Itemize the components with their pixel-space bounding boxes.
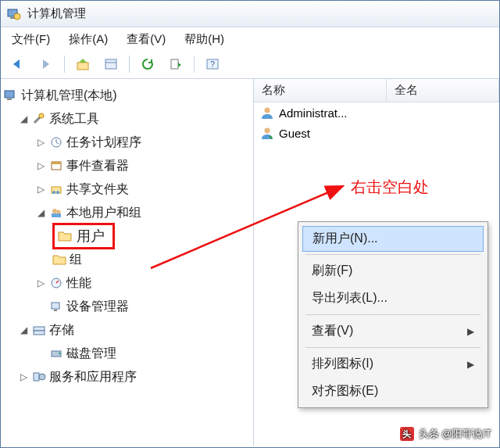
collapse-icon[interactable]: ◢ [35, 207, 46, 218]
svg-rect-3 [77, 63, 88, 70]
menu-help[interactable]: 帮助(H) [184, 32, 224, 47]
tree-disk-management[interactable]: 磁盘管理 [4, 342, 253, 365]
event-icon [49, 159, 63, 173]
tree-label: 设备管理器 [66, 299, 129, 315]
toolbar-separator [194, 56, 195, 73]
ctx-arrange-icons[interactable]: 排列图标(I)▶ [301, 350, 485, 378]
menu-view[interactable]: 查看(V) [127, 32, 166, 47]
ctx-align-icons[interactable]: 对齐图标(E) [301, 378, 485, 405]
tree-shared-folders[interactable]: ▷ 共享文件夹 [4, 177, 253, 201]
expand-icon[interactable]: ▷ [35, 184, 46, 195]
services-icon [32, 370, 46, 384]
collapse-icon[interactable]: ◢ [18, 113, 29, 124]
svg-rect-4 [105, 59, 116, 69]
toolbar-separator [129, 56, 130, 73]
tree-label: 系统工具 [49, 111, 99, 127]
watermark-logo-icon: 头 [400, 427, 414, 441]
svg-point-18 [52, 209, 57, 213]
col-fullname[interactable]: 全名 [387, 79, 499, 102]
ctx-new-user[interactable]: 新用户(N)... [302, 226, 484, 252]
refresh-button[interactable] [135, 53, 160, 75]
ctx-label: 查看(V) [312, 323, 353, 339]
svg-point-27 [59, 353, 60, 354]
title-bar: 计算机管理 [1, 1, 499, 27]
tree-label: 共享文件夹 [66, 181, 129, 198]
toolbar: ? [1, 52, 499, 79]
svg-point-2 [14, 13, 20, 20]
tree-pane[interactable]: 计算机管理(本地) ◢ 系统工具 ▷ 任务计划程序 ▷ 事件查看器 ▷ 共享文件… [1, 79, 254, 446]
annotation-hint: 右击空白处 [351, 177, 429, 198]
tree-label: 性能 [66, 275, 91, 292]
svg-point-29 [39, 374, 45, 380]
tree-performance[interactable]: ▷ 性能 [4, 271, 253, 295]
ctx-label: 刷新(F) [312, 263, 352, 279]
list-row[interactable]: Guest [254, 123, 499, 143]
watermark-text: 头条 @阳哥说IT [419, 427, 491, 441]
svg-point-31 [265, 128, 270, 134]
svg-rect-22 [52, 303, 59, 309]
tree-services-apps[interactable]: ▷ 服务和应用程序 [4, 365, 253, 389]
tree-storage[interactable]: ◢ 存储 [4, 318, 253, 342]
ctx-separator [305, 347, 480, 348]
svg-rect-25 [34, 331, 45, 335]
tree-system-tools[interactable]: ◢ 系统工具 [4, 107, 253, 131]
expand-icon[interactable]: ▷ [35, 137, 46, 148]
submenu-arrow-icon: ▶ [467, 326, 474, 337]
forward-button[interactable] [34, 53, 59, 75]
ctx-refresh[interactable]: 刷新(F) [301, 257, 485, 285]
svg-text:?: ? [210, 60, 215, 69]
svg-point-17 [56, 191, 59, 194]
list-row[interactable]: Administrat... [254, 102, 499, 123]
tree-label: 事件查看器 [66, 158, 129, 174]
selection-highlight: 用户 [52, 223, 115, 249]
tree-device-manager[interactable]: 设备管理器 [4, 295, 253, 318]
window-title: 计算机管理 [27, 6, 86, 21]
storage-icon [32, 323, 46, 337]
tree-label: 磁盘管理 [66, 346, 116, 362]
help-button[interactable]: ? [200, 53, 225, 75]
col-name[interactable]: 名称 [254, 79, 387, 102]
context-menu: 新用户(N)... 刷新(F) 导出列表(L)... 查看(V)▶ 排列图标(I… [298, 221, 488, 408]
properties-button[interactable] [98, 53, 123, 75]
watermark: 头 头条 @阳哥说IT [400, 427, 491, 441]
back-button[interactable] [5, 53, 30, 75]
svg-rect-14 [52, 162, 61, 164]
tree-event-viewer[interactable]: ▷ 事件查看器 [4, 154, 253, 177]
computer-icon [4, 88, 18, 102]
collapse-icon[interactable]: ◢ [18, 324, 29, 335]
svg-rect-9 [5, 91, 14, 98]
ctx-label: 导出列表(L)... [312, 290, 388, 306]
ctx-label: 排列图标(I) [312, 356, 373, 372]
expand-icon[interactable]: ▷ [35, 278, 46, 289]
folder-icon [52, 253, 66, 267]
list-header: 名称 全名 [254, 79, 499, 102]
tree-label: 本地用户和组 [66, 205, 141, 221]
svg-rect-6 [171, 59, 178, 69]
ctx-export-list[interactable]: 导出列表(L)... [301, 285, 485, 312]
tree-local-users-groups[interactable]: ◢ 本地用户和组 [4, 201, 253, 224]
export-button[interactable] [163, 53, 188, 75]
menu-file[interactable]: 文件(F) [12, 32, 50, 47]
tree-root[interactable]: 计算机管理(本地) [4, 84, 253, 107]
ctx-view[interactable]: 查看(V)▶ [301, 317, 485, 345]
svg-point-11 [39, 113, 44, 118]
toolbar-separator [64, 56, 65, 73]
tree-users[interactable]: 用户 [4, 224, 253, 248]
disk-icon [49, 346, 63, 360]
ctx-separator [305, 254, 480, 255]
tree-label: 用户 [77, 227, 105, 246]
svg-rect-24 [34, 327, 45, 331]
expand-icon[interactable]: ▷ [35, 160, 46, 171]
user-name: Guest [279, 127, 310, 140]
clock-icon [49, 135, 63, 149]
up-button[interactable] [70, 53, 95, 75]
tree-task-scheduler[interactable]: ▷ 任务计划程序 [4, 131, 253, 154]
expand-icon[interactable]: ▷ [18, 371, 29, 382]
tree-label: 计算机管理(本地) [21, 88, 117, 104]
tree-label: 组 [70, 252, 82, 268]
submenu-arrow-icon: ▶ [467, 359, 474, 370]
user-icon [260, 106, 274, 120]
tree-groups[interactable]: 组 [4, 248, 253, 271]
svg-rect-28 [34, 373, 39, 381]
menu-action[interactable]: 操作(A) [69, 32, 108, 47]
